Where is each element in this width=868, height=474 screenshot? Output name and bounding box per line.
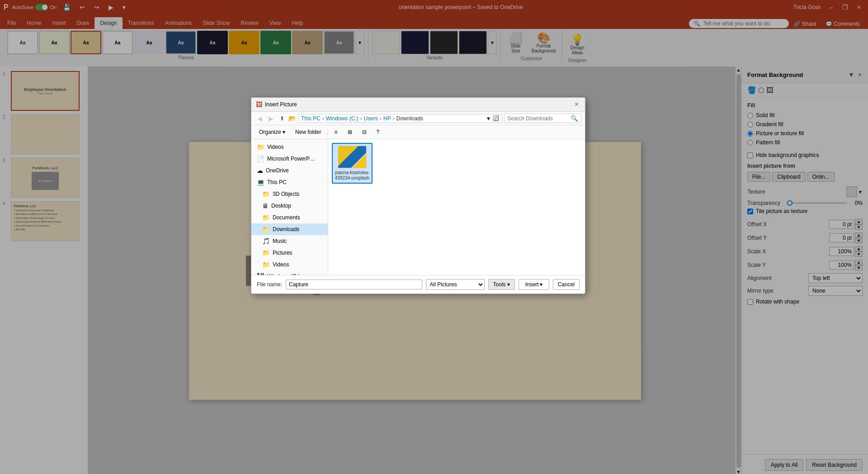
sidebar-onedrive[interactable]: ☁ OneDrive — [251, 165, 328, 176]
sidebar-icon-thispc: 💻 — [257, 179, 264, 186]
bc-sep-2: › — [360, 115, 362, 122]
sidebar-label-onedrive: OneDrive — [266, 167, 289, 174]
sidebar-documents[interactable]: 📁 Documents — [251, 212, 328, 223]
sidebar-desktop[interactable]: 🖥 Desktop — [251, 200, 328, 212]
bc-refresh-btn[interactable]: 🔄 — [493, 115, 499, 121]
nav-forward-btn[interactable]: ▶ — [266, 114, 276, 123]
insert-button[interactable]: Insert ▾ — [519, 279, 549, 290]
bc-hp[interactable]: HP — [383, 115, 391, 122]
tools-button[interactable]: Tools ▾ — [488, 279, 515, 290]
sidebar-3dobjects[interactable]: 📁 3D Objects — [251, 188, 328, 200]
dialog-icon: 🖼 — [256, 101, 262, 108]
insert-dropdown-icon: ▾ — [540, 281, 542, 288]
insert-label: Insert — [525, 281, 539, 288]
organize-btn[interactable]: Organize ▾ — [255, 127, 289, 137]
bc-sep-3: › — [380, 115, 382, 122]
bc-downloads: Downloads — [396, 115, 423, 122]
sidebar-icon-videos2: 📁 — [262, 261, 270, 268]
sidebar-label-documents: Documents — [273, 214, 300, 221]
bc-dropdown-btn[interactable]: ▼ — [486, 116, 491, 121]
tools-dropdown-icon: ▾ — [507, 281, 510, 288]
breadcrumb-bar: This PC › Windows (C:) › Users › HP › Do… — [298, 114, 502, 123]
dialog-nav: ◀ ▶ ⬆ 📂 This PC › Windows (C:) › Users ›… — [251, 112, 585, 125]
file-item-joanna[interactable]: joanna-kosinska-439234-unsplash — [332, 143, 373, 184]
dialog-body: 📁 Videos 📄 Microsoft PowerP… ☁ OneDrive … — [251, 139, 585, 275]
dialog-title: 🖼 Insert Picture — [256, 101, 297, 108]
new-folder-btn[interactable]: New folder — [291, 127, 325, 137]
sidebar-icon-3dobjects: 📁 — [262, 190, 270, 198]
dialog-sidebar: 📁 Videos 📄 Microsoft PowerP… ☁ OneDrive … — [251, 139, 328, 275]
sidebar-label-3dobjects: 3D Objects — [273, 191, 299, 197]
new-folder-label: New folder — [295, 129, 321, 135]
file-name-input[interactable] — [286, 280, 422, 289]
bc-sep-4: › — [393, 115, 395, 122]
tools-label: Tools — [493, 281, 506, 288]
search-box: 🔍 — [504, 114, 581, 123]
sidebar-icon-pictures: 📁 — [262, 249, 270, 256]
view-icons-btn[interactable]: ⊟ — [358, 127, 371, 137]
nav-back-btn[interactable]: ◀ — [255, 114, 264, 123]
sidebar-icon-desktop: 🖥 — [262, 202, 269, 209]
sidebar-downloads[interactable]: 📁 Downloads — [251, 223, 328, 235]
sidebar-label-pictures: Pictures — [273, 250, 292, 256]
sidebar-icon-music: 🎵 — [262, 237, 270, 245]
sidebar-icon-msppt: 📄 — [257, 155, 264, 162]
sidebar-videos2[interactable]: 📁 Videos — [251, 259, 328, 270]
file-name-label: File name: — [257, 281, 282, 288]
sidebar-label-videos2: Videos — [273, 261, 289, 268]
dialog-toolbar: Organize ▾ New folder | ≡ ⊞ ⊟ ? — [251, 125, 585, 139]
dialog-files: joanna-kosinska-439234-unsplash — [328, 139, 585, 275]
sidebar-label-music: Music — [273, 238, 287, 244]
organize-label: Organize — [259, 129, 281, 135]
dialog-close-button[interactable]: × — [573, 100, 580, 109]
sidebar-label-msppt: Microsoft PowerP… — [267, 156, 315, 162]
bc-windowsc[interactable]: Windows (C:) — [326, 115, 359, 122]
view-help-btn[interactable]: ? — [373, 127, 384, 137]
dialog-titlebar: 🖼 Insert Picture × — [251, 98, 585, 112]
sidebar-label-desktop: Desktop — [271, 203, 291, 209]
dialog-footer: File name: All Pictures All Files JPEG P… — [251, 275, 585, 294]
view-list-btn[interactable]: ≡ — [330, 127, 342, 137]
sidebar-pictures[interactable]: 📁 Pictures — [251, 247, 328, 259]
nav-up-btn[interactable]: ⬆ — [278, 114, 287, 123]
file-thumb-joanna — [338, 146, 367, 168]
view-details-btn[interactable]: ⊞ — [344, 127, 356, 137]
sidebar-icon-videos: 📁 — [257, 143, 264, 151]
sidebar-videos[interactable]: 📁 Videos — [251, 141, 328, 153]
sidebar-msppt[interactable]: 📄 Microsoft PowerP… — [251, 153, 328, 165]
search-icon-btn[interactable]: 🔍 — [571, 115, 578, 122]
toolbar-sep-1: | — [327, 129, 328, 135]
sidebar-icon-documents: 📁 — [262, 214, 270, 221]
bc-thispc[interactable]: This PC — [301, 115, 321, 122]
cancel-button[interactable]: Cancel — [553, 279, 580, 290]
dialog-title-text: Insert Picture — [265, 101, 297, 108]
file-name-joanna: joanna-kosinska-439234-unsplash — [335, 170, 370, 181]
sidebar-thispc[interactable]: 💻 This PC — [251, 176, 328, 188]
insert-picture-dialog: 🖼 Insert Picture × ◀ ▶ ⬆ 📂 This PC › Win… — [251, 97, 585, 294]
sidebar-icon-downloads: 📁 — [262, 226, 270, 233]
sidebar-label-videos: Videos — [267, 144, 283, 150]
sidebar-label-downloads: Downloads — [273, 226, 299, 232]
sidebar-icon-onedrive: ☁ — [257, 167, 263, 174]
nav-recent-btn: 📂 — [288, 115, 296, 122]
sidebar-music[interactable]: 🎵 Music — [251, 235, 328, 247]
bc-users[interactable]: Users — [364, 115, 378, 122]
sidebar-windowsc[interactable]: 💾 Windows (C:) — [251, 270, 328, 275]
bc-sep-1: › — [322, 115, 324, 122]
file-type-select[interactable]: All Pictures All Files JPEG PNG — [426, 279, 485, 290]
dialog-overlay: 🖼 Insert Picture × ◀ ▶ ⬆ 📂 This PC › Win… — [0, 0, 868, 474]
sidebar-label-thispc: This PC — [267, 179, 287, 185]
search-downloads-input[interactable] — [507, 115, 571, 122]
